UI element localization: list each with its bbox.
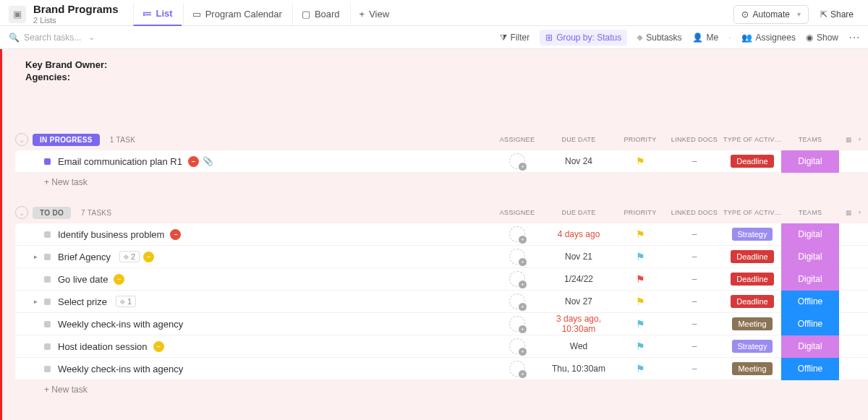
add-assignee-icon[interactable]: [509, 293, 525, 309]
type-cell[interactable]: Strategy: [723, 228, 781, 241]
tag-dot-icon[interactable]: –: [153, 341, 164, 352]
tag-dot-icon[interactable]: –: [188, 156, 199, 167]
team-cell[interactable]: Offline: [781, 313, 839, 335]
due-date-cell[interactable]: Wed: [542, 341, 615, 351]
collapse-icon[interactable]: ⌄: [15, 206, 28, 219]
assignee-cell[interactable]: [492, 271, 542, 287]
add-column-icon[interactable]: +: [858, 209, 862, 216]
linked-docs-cell[interactable]: –: [665, 296, 723, 307]
type-cell[interactable]: Deadline: [723, 273, 781, 286]
task-row[interactable]: Host ideation session – Wed ⚑ – Strategy…: [15, 335, 868, 358]
task-row[interactable]: Weekly check-ins with agency Thu, 10:30a…: [15, 358, 868, 380]
task-status-square[interactable]: [44, 321, 51, 327]
due-date-cell[interactable]: Thu, 10:30am: [542, 364, 615, 374]
team-cell[interactable]: Digital: [781, 150, 839, 173]
type-cell[interactable]: Meeting: [723, 362, 781, 375]
subtasks-button[interactable]: ⎆Subtasks: [637, 33, 681, 43]
priority-cell[interactable]: ⚑: [615, 228, 665, 240]
task-status-square[interactable]: [44, 299, 51, 305]
tag-dot-icon[interactable]: –: [114, 274, 124, 285]
tab-add-view[interactable]: + View: [350, 3, 399, 25]
status-badge[interactable]: TO DO: [33, 207, 71, 219]
tab-program-calendar[interactable]: ▭ Program Calendar: [183, 3, 291, 25]
due-date-cell[interactable]: 4 days ago: [542, 229, 615, 239]
priority-cell[interactable]: ⚑: [615, 340, 665, 352]
task-status-square[interactable]: [44, 343, 51, 350]
task-status-square[interactable]: [44, 366, 51, 372]
type-cell[interactable]: Deadline: [723, 295, 781, 308]
priority-cell[interactable]: ⚑: [615, 318, 665, 330]
type-cell[interactable]: Meeting: [723, 317, 781, 330]
me-button[interactable]: 👤Me: [692, 33, 719, 43]
type-cell[interactable]: Strategy: [723, 340, 781, 353]
linked-docs-cell[interactable]: –: [665, 252, 723, 262]
due-date-cell[interactable]: Nov 21: [542, 252, 615, 262]
linked-docs-cell[interactable]: –: [665, 156, 723, 166]
add-assignee-icon[interactable]: [509, 226, 525, 242]
tab-board[interactable]: ▢ Board: [292, 3, 349, 25]
collapse-icon[interactable]: ⌄: [15, 133, 28, 146]
linked-docs-cell[interactable]: –: [665, 274, 723, 284]
add-assignee-icon[interactable]: [509, 271, 525, 287]
priority-cell[interactable]: ⚑: [615, 251, 665, 262]
task-row[interactable]: Weekly check-ins with agency 3 days ago,…: [15, 313, 868, 335]
due-date-cell[interactable]: Nov 24: [542, 156, 615, 166]
team-cell[interactable]: Offline: [781, 358, 839, 380]
task-row[interactable]: ▸ Brief Agency ⎆ 2 – Nov 21 ⚑ – Deadline…: [15, 246, 868, 268]
assignee-cell[interactable]: [492, 226, 542, 242]
assignees-button[interactable]: 👥Assignees: [741, 33, 796, 43]
assignee-cell[interactable]: [492, 249, 542, 265]
task-status-square[interactable]: [44, 254, 51, 260]
team-cell[interactable]: Digital: [781, 246, 839, 268]
add-assignee-icon[interactable]: [509, 316, 525, 332]
chevron-down-icon[interactable]: ⌄: [88, 33, 95, 42]
subtask-indicator[interactable]: ⎆ 2: [119, 251, 140, 262]
group-by-button[interactable]: ⊞Group by: Status: [540, 30, 627, 46]
priority-cell[interactable]: ⚑: [615, 155, 665, 167]
linked-docs-cell[interactable]: –: [665, 229, 723, 239]
grid-icon[interactable]: ▦: [846, 136, 852, 143]
search-input[interactable]: 🔍 Search tasks... ⌄: [9, 33, 124, 43]
type-cell[interactable]: Deadline: [723, 250, 781, 263]
assignee-cell[interactable]: [492, 153, 542, 169]
new-task-button[interactable]: + New task: [15, 173, 868, 192]
filter-button[interactable]: ⧩Filter: [500, 33, 530, 43]
linked-docs-cell[interactable]: –: [665, 319, 723, 329]
tag-dot-icon[interactable]: –: [143, 252, 154, 262]
team-cell[interactable]: Digital: [781, 223, 839, 246]
add-column-icon[interactable]: +: [858, 136, 862, 143]
status-badge[interactable]: IN PROGRESS: [33, 134, 100, 146]
more-button[interactable]: ⋯: [848, 30, 859, 44]
task-status-square[interactable]: [44, 158, 51, 165]
show-button[interactable]: ◉Show: [806, 33, 838, 43]
team-cell[interactable]: Digital: [781, 335, 839, 358]
priority-cell[interactable]: ⚑: [615, 363, 665, 374]
expand-arrow-icon[interactable]: ▸: [34, 253, 43, 260]
priority-cell[interactable]: ⚑: [615, 296, 665, 307]
share-button[interactable]: ⇱ Share: [814, 6, 859, 23]
priority-cell[interactable]: ⚑: [615, 273, 665, 285]
task-row[interactable]: Email communication plan R1 – 📎 Nov 24 ⚑…: [15, 150, 868, 173]
folder-icon[interactable]: ▣: [9, 6, 26, 23]
due-date-cell[interactable]: 1/24/22: [542, 274, 615, 284]
due-date-cell[interactable]: 3 days ago, 10:30am: [542, 314, 615, 334]
task-row[interactable]: ▸ Select prize ⎆ 1 Nov 27 ⚑ – Deadline O…: [15, 291, 868, 313]
linked-docs-cell[interactable]: –: [665, 341, 723, 351]
task-row[interactable]: Identify business problem – 4 days ago ⚑…: [15, 223, 868, 246]
subtask-indicator[interactable]: ⎆ 1: [116, 296, 136, 307]
automate-button[interactable]: ⊙ Automate ▾: [733, 5, 809, 24]
task-row[interactable]: Go live date – 1/24/22 ⚑ – Deadline Digi…: [15, 268, 868, 291]
assignee-cell[interactable]: [492, 316, 542, 332]
assignee-cell[interactable]: [492, 338, 542, 354]
attachment-icon[interactable]: 📎: [203, 156, 213, 166]
add-assignee-icon[interactable]: [509, 249, 525, 265]
team-cell[interactable]: Offline: [781, 291, 839, 313]
type-cell[interactable]: Deadline: [723, 155, 781, 168]
grid-icon[interactable]: ▦: [846, 209, 852, 216]
new-task-button[interactable]: + New task: [15, 380, 868, 399]
tag-dot-icon[interactable]: –: [170, 229, 181, 240]
add-assignee-icon[interactable]: [509, 338, 525, 354]
expand-arrow-icon[interactable]: ▸: [34, 298, 43, 305]
task-status-square[interactable]: [44, 276, 51, 283]
due-date-cell[interactable]: Nov 27: [542, 296, 615, 307]
